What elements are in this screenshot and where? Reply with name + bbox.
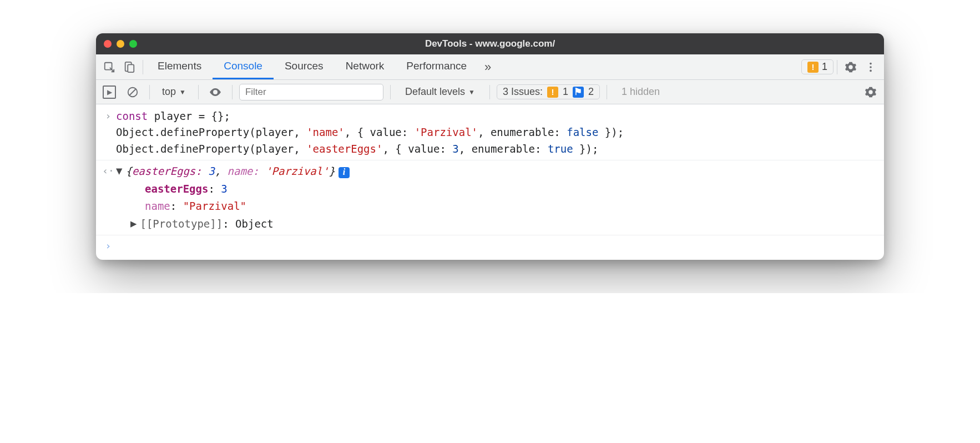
prompt-input[interactable] [116, 238, 122, 254]
console-input-row[interactable]: › const player = {}; Object.defineProper… [96, 108, 884, 158]
console-output-row[interactable]: ‹· ▼{easterEggs: 3, name: 'Parzival'}i [96, 163, 884, 180]
console-body: › const player = {}; Object.defineProper… [96, 104, 884, 260]
output-marker-icon: ‹· [100, 163, 116, 179]
minimize-dot[interactable] [117, 40, 124, 48]
proto-key: [[Prototype]] [140, 218, 223, 230]
prop-value: "Parzival" [183, 200, 246, 212]
kebab-icon[interactable] [861, 57, 881, 77]
tab-console[interactable]: Console [213, 54, 274, 79]
tabs-overflow[interactable]: » [478, 54, 498, 79]
svg-rect-2 [128, 64, 134, 72]
divider [149, 85, 150, 99]
tab-network[interactable]: Network [335, 54, 396, 79]
warning-icon: ! [547, 87, 558, 98]
proto-value: Object [235, 218, 274, 230]
warning-icon: ! [807, 62, 819, 73]
issues-label: 3 Issues: [503, 86, 543, 98]
expander-down-icon[interactable]: ▼ [116, 163, 122, 179]
console-toolbar: ▶ top ▼ Default levels ▼ 3 Issues: ! 1 ⚑… [96, 80, 884, 104]
input-prompt-icon: › [100, 108, 116, 157]
tab-performance[interactable]: Performance [395, 54, 478, 79]
zoom-dot[interactable] [129, 40, 137, 48]
divider [607, 85, 607, 99]
divider [390, 85, 391, 99]
context-label: top [162, 86, 176, 98]
window-title: DevTools - www.google.com/ [96, 38, 884, 49]
output-preview: ▼{easterEggs: 3, name: 'Parzival'}i [116, 163, 350, 179]
separator [96, 160, 884, 160]
separator [96, 235, 884, 235]
close-dot[interactable] [104, 40, 112, 48]
divider [489, 85, 490, 99]
tab-sources[interactable]: Sources [274, 54, 335, 79]
issues-info-count: 2 [588, 86, 594, 98]
hidden-messages[interactable]: 1 hidden [614, 86, 668, 98]
svg-line-7 [130, 89, 136, 95]
input-code: const player = {}; Object.defineProperty… [116, 108, 624, 157]
prototype-row[interactable]: ▶[[Prototype]]: Object [96, 215, 884, 233]
sidebar-toggle-icon[interactable]: ▶ [99, 82, 119, 102]
issues-indicator[interactable]: ! 1 [801, 59, 833, 74]
prop-key: easterEggs [145, 183, 208, 195]
context-selector[interactable]: top ▼ [156, 86, 191, 98]
inspect-icon[interactable] [99, 57, 119, 77]
expander-right-icon[interactable]: ▶ [130, 215, 137, 231]
settings-icon[interactable] [841, 57, 861, 77]
object-property-row[interactable]: easterEggs: 3 [96, 180, 884, 198]
titlebar: DevTools - www.google.com/ [96, 33, 884, 54]
device-toggle-icon[interactable] [119, 57, 139, 77]
svg-point-3 [870, 62, 872, 64]
live-expression-icon[interactable] [205, 82, 225, 102]
prop-key: name [145, 200, 170, 212]
chevron-down-icon: ▼ [179, 88, 186, 96]
traffic-lights [104, 40, 137, 48]
console-prompt-row[interactable]: › [96, 238, 884, 255]
svg-point-4 [870, 66, 872, 68]
filter-input[interactable] [239, 84, 383, 100]
object-property-row[interactable]: name: "Parzival" [96, 198, 884, 215]
divider [837, 60, 837, 74]
issues-pill[interactable]: 3 Issues: ! 1 ⚑ 2 [497, 84, 600, 99]
tab-elements[interactable]: Elements [147, 54, 213, 79]
divider [143, 60, 143, 74]
divider [198, 85, 199, 99]
prompt-icon: › [100, 238, 116, 254]
issues-count: 1 [822, 61, 827, 73]
divider [232, 85, 233, 99]
info-badge-icon[interactable]: i [339, 167, 350, 178]
issues-warn-count: 1 [563, 86, 568, 98]
levels-label: Default levels [405, 86, 465, 98]
console-settings-icon[interactable] [861, 82, 881, 102]
svg-point-5 [870, 69, 872, 72]
info-square-icon: ⚑ [573, 87, 584, 98]
panel-tabs: Elements Console Sources Network Perform… [147, 54, 498, 79]
prop-value: 3 [221, 183, 227, 195]
chevron-down-icon: ▼ [468, 88, 475, 96]
devtools-window: DevTools - www.google.com/ Elements Cons… [96, 33, 884, 260]
clear-console-icon[interactable] [123, 82, 143, 102]
tabs-bar: Elements Console Sources Network Perform… [96, 54, 884, 80]
log-levels-selector[interactable]: Default levels ▼ [397, 86, 483, 98]
